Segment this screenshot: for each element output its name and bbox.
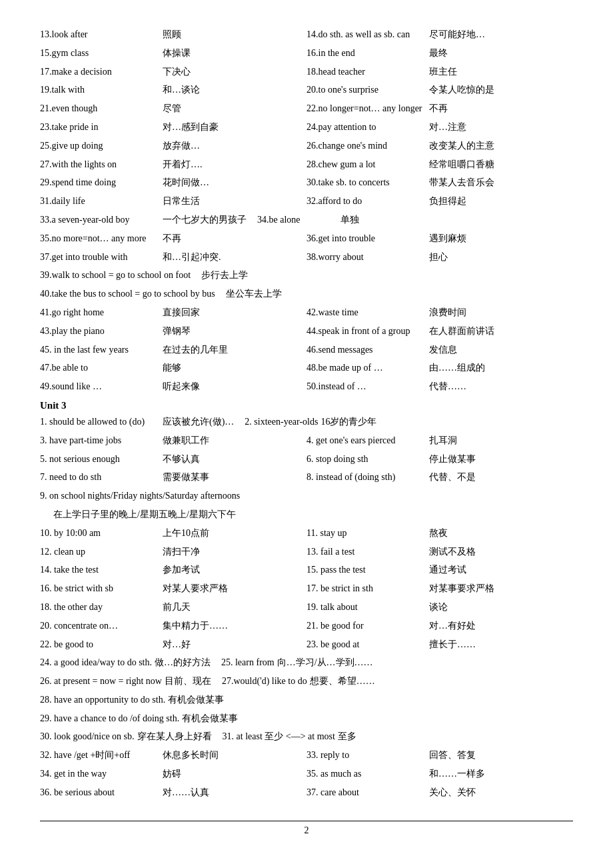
item-38-zh: 担心 [429,249,448,265]
item-47-en: 47.be able to [40,360,160,376]
u3-item-16-zh: 对某人要求严格 [163,581,228,597]
item-32-zh: 负担得起 [429,193,466,209]
u3-row-1-2: 1. should be allowed to (do) 应该被允许(做)… 2… [40,414,573,430]
u3-item-2-en: 2. sixteen-year-olds [245,414,318,430]
item-26-zh: 改变某人的主意 [429,138,494,154]
u3-item-3-zh: 做兼职工作 [163,433,209,449]
item-29-zh: 花时间做… [163,175,209,191]
page-number: 2 [40,821,573,836]
item-row-13-14: 13.look after 照顾 14.do sth. as well as s… [40,27,573,43]
u3-item-26-zh: 目前、现在 [165,673,211,689]
item-row-29-30: 29.spend time doing 花时间做… 30.take sb. to… [40,175,573,191]
item-37-zh: 和…引起冲突. [163,249,221,265]
item-13-en: 13.look after [40,27,160,43]
u3-item-23-en: 23. be good at [306,637,426,653]
item-48-zh: 由……组成的 [429,360,485,376]
u3-item-35-en: 35. as much as [306,766,426,782]
item-39-en: 39.walk to school = go to school on foot [40,267,191,283]
u3-item-25-zh: 向…学习/从…学到…… [277,655,373,671]
item-20-en: 20.to one's surprise [306,82,426,98]
item-15-zh: 体操课 [163,45,191,61]
u3-item-15-zh: 通过考试 [429,562,466,578]
item-45-zh: 在过去的几年里 [163,342,228,358]
u3-row-20-21: 20. concentrate on… 集中精力于…… 21. be good … [40,618,573,634]
item-29-en: 29.spend time doing [40,175,160,191]
item-43-en: 43.play the piano [40,323,160,339]
u3-item-33-zh: 回答、答复 [429,747,476,763]
u3-item-5-zh: 不够认真 [163,451,200,467]
item-42-zh: 浪费时间 [429,305,466,321]
u3-item-26-en: 26. at present = now = right now [40,673,162,689]
item-42-en: 42.waste time [306,305,426,321]
item-row-35-36: 35.no more=not… any more 不再 36.get into … [40,231,573,247]
u3-item-8-en: 8. instead of (doing sth) [306,469,426,485]
u3-item-11-en: 11. stay up [306,525,426,541]
u3-item-19-zh: 谈论 [429,599,448,615]
u3-item-34-zh: 妨碍 [163,766,181,782]
item-19-zh: 和…谈论 [163,82,200,98]
item-16-zh: 最终 [429,45,448,61]
u3-row-7-8: 7. need to do sth 需要做某事 8. instead of (d… [40,469,573,485]
u3-row-18-19: 18. the other day 前几天 19. talk about 谈论 [40,599,573,615]
u3-item-17-zh: 对某事要求严格 [429,581,494,597]
item-34-zh: 单独 [340,212,359,228]
item-46-en: 46.send messages [306,342,426,358]
u3-row-5-6: 5. not serious enough 不够认真 6. stop doing… [40,451,573,467]
u3-item-4-zh: 扎耳洞 [429,433,457,449]
u3-item-29-en: 29. have a chance to do /of doing sth. [40,711,179,727]
item-13-zh: 照顾 [163,27,181,43]
item-31-zh: 日常生活 [163,193,200,209]
u3-item-25-en: 25. learn from [221,655,275,671]
item-32-en: 32.afford to do [306,193,426,209]
u3-item-30-zh: 穿在某人身上好看 [137,729,212,745]
u3-item-35-zh: 和……一样多 [429,766,485,782]
item-25-zh: 放弃做… [163,138,200,154]
u3-item-11-zh: 熬夜 [429,525,448,541]
u3-item-9-zh: 在上学日子里的晚上/星期五晚上/星期六下午 [53,507,236,523]
u3-item-13-zh: 测试不及格 [429,544,476,560]
u3-item-31-zh: 至多 [338,729,356,745]
u3-row-32-33: 32. have /get +时间+off 休息多长时间 33. reply t… [40,747,573,763]
item-row-27-28: 27.with the lights on 开着灯…. 28.chew gum … [40,157,573,173]
u3-item-22-en: 22. be good to [40,637,160,653]
u3-row-34-35: 34. get in the way 妨碍 35. as much as 和……… [40,766,573,782]
u3-item-18-zh: 前几天 [163,599,191,615]
u3-item-16-en: 16. be strict with sb [40,581,160,597]
item-18-en: 18.head teacher [306,64,426,80]
item-row-23-24: 23.take pride in 对…感到自豪 24.pay attention… [40,119,573,135]
u3-item-37-zh: 关心、关怀 [429,785,476,801]
item-45-en: 45. in the last few years [40,342,160,358]
u3-item-17-en: 17. be strict in sth [306,581,426,597]
item-row-49-50: 49.sound like … 听起来像 50.instead of … 代替…… [40,379,573,395]
u3-row-3-4: 3. have part-time jobs 做兼职工作 4. get one'… [40,433,573,449]
u3-row-14-15: 14. take the test 参加考试 15. pass the test… [40,562,573,578]
u3-row-24-25: 24. a good idea/way to do sth. 做…的好方法 25… [40,655,573,671]
item-47-zh: 能够 [163,360,181,376]
u3-item-10-en: 10. by 10:00 am [40,525,160,541]
u3-item-23-zh: 擅长于…… [429,637,476,653]
item-row-15-16: 15.gym class 体操课 16.in the end 最终 [40,45,573,61]
item-20-zh: 令某人吃惊的是 [429,82,494,98]
item-30-en: 30.take sb. to concerts [306,175,426,191]
item-50-en: 50.instead of … [306,379,426,395]
item-17-en: 17.make a decision [40,64,160,80]
u3-item-20-zh: 集中精力于…… [163,618,228,634]
item-16-en: 16.in the end [306,45,426,61]
item-27-en: 27.with the lights on [40,157,160,173]
item-14-zh: 尽可能好地… [429,27,485,43]
u3-row-16-17: 16. be strict with sb 对某人要求严格 17. be str… [40,581,573,597]
u3-item-28-zh: 有机会做某事 [168,692,224,708]
u3-item-13-en: 13. fail a test [306,544,426,560]
u3-item-34-en: 34. get in the way [40,766,160,782]
item-row-21-22: 21.even though 尽管 22.no longer=not… any … [40,101,573,117]
item-row-39: 39.walk to school = go to school on foot… [40,267,573,283]
u3-item-21-zh: 对…有好处 [429,618,476,634]
item-49-zh: 听起来像 [163,379,200,395]
u3-row-28: 28. have an opportunity to do sth. 有机会做某… [40,692,573,708]
u3-row-22-23: 22. be good to 对…好 23. be good at 擅长于…… [40,637,573,653]
u3-item-1-en: 1. should be allowed to (do) [40,414,160,430]
u3-item-3-en: 3. have part-time jobs [40,433,160,449]
item-14-en: 14.do sth. as well as sb. can [306,27,426,43]
u3-item-31-en: 31. at least 至少 <—> at most [223,729,335,745]
item-row-37-38: 37.get into trouble with 和…引起冲突. 38.worr… [40,249,573,265]
